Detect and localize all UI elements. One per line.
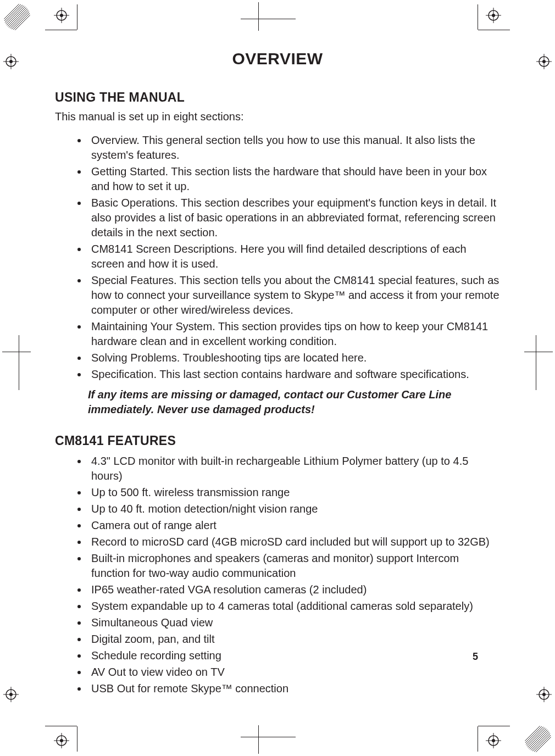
registration-hatch-icon — [3, 3, 31, 31]
registration-target-icon — [3, 54, 19, 69]
registration-target-icon — [3, 687, 19, 702]
crop-mark-icon — [478, 30, 510, 30]
crop-mark-icon — [478, 726, 478, 752]
crop-mark-icon — [258, 2, 259, 31]
crop-mark-icon — [19, 335, 19, 390]
crop-mark-icon — [241, 19, 296, 19]
crop-mark-icon — [45, 726, 77, 726]
crop-mark-icon — [45, 30, 77, 30]
warning-note: If any items are missing or damaged, con… — [88, 387, 500, 417]
list-item: Digital zoom, pan, and tilt — [88, 632, 500, 647]
features-section: CM8141 FEATURES 4.3" LCD monitor with bu… — [55, 433, 500, 696]
list-item: Up to 500 ft. wireless transmission rang… — [88, 485, 500, 500]
list-item: Basic Operations. This section describes… — [88, 196, 500, 240]
svg-line-41 — [528, 729, 552, 753]
features-list: 4.3" LCD monitor with built-in rechargea… — [55, 454, 500, 696]
section-heading-features: CM8141 FEATURES — [55, 433, 500, 448]
page-content: OVERVIEW USING THE MANUAL This manual is… — [55, 49, 500, 702]
list-item: USB Out for remote Skype™ connection — [88, 681, 500, 696]
svg-line-1 — [3, 3, 31, 31]
list-item: Schedule recording setting — [88, 648, 500, 663]
crop-mark-icon — [77, 4, 77, 30]
list-item: CM8141 Screen Descriptions. Here you wil… — [88, 242, 500, 271]
document-page: OVERVIEW USING THE MANUAL This manual is… — [0, 0, 555, 756]
crop-mark-icon — [241, 737, 296, 737]
registration-target-icon — [536, 687, 552, 702]
crop-mark-icon — [258, 725, 259, 754]
list-item: AV Out to view video on TV — [88, 665, 500, 680]
page-title: OVERVIEW — [55, 49, 500, 68]
list-item: Solving Problems. Troubleshooting tips a… — [88, 351, 500, 365]
list-item: Camera out of range alert — [88, 518, 500, 533]
list-item: Special Features. This section tells you… — [88, 273, 500, 318]
crop-mark-icon — [478, 4, 478, 30]
page-number: 5 — [473, 651, 478, 663]
svg-line-5 — [7, 7, 31, 31]
list-item: 4.3" LCD monitor with built-in rechargea… — [88, 454, 500, 483]
crop-mark-icon — [77, 726, 77, 752]
registration-target-icon — [486, 8, 501, 23]
registration-target-icon — [486, 733, 501, 748]
crop-mark-icon — [478, 726, 510, 726]
list-item: IP65 weather-rated VGA resolution camera… — [88, 582, 500, 597]
list-item: Overview. This general section tells you… — [88, 133, 500, 163]
list-item: Built-in microphones and speakers (camer… — [88, 551, 500, 581]
crop-mark-icon — [536, 335, 536, 390]
list-item: System expandable up to 4 cameras total … — [88, 599, 500, 614]
svg-line-37 — [524, 725, 552, 753]
list-item: Getting Started. This section lists the … — [88, 164, 500, 194]
list-item: Up to 40 ft. motion detection/night visi… — [88, 502, 500, 516]
svg-line-40 — [525, 726, 552, 753]
registration-target-icon — [536, 54, 552, 69]
crop-mark-icon — [524, 352, 553, 352]
list-item: Record to microSD card (4GB microSD card… — [88, 535, 500, 549]
svg-line-4 — [4, 4, 31, 31]
crop-mark-icon — [2, 352, 31, 352]
section-heading-using-manual: USING THE MANUAL — [55, 90, 500, 105]
registration-hatch-icon — [524, 725, 552, 753]
registration-target-icon — [54, 733, 69, 748]
intro-text: This manual is set up in eight sections: — [55, 110, 500, 123]
list-item: Simultaneous Quad view — [88, 615, 500, 630]
registration-target-icon — [54, 8, 69, 23]
list-item: Maintaining Your System. This section pr… — [88, 319, 500, 349]
list-item: Specification. This last section contain… — [88, 367, 500, 382]
manual-sections-list: Overview. This general section tells you… — [55, 133, 500, 382]
